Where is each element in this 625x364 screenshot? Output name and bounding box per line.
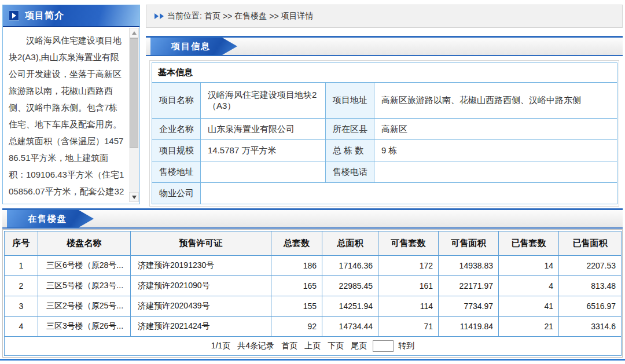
- double-arrow-icon: [155, 13, 165, 19]
- listings-table: 序号 楼盘名称 预售许可证 总套数 总面积 可售套数 可售面积 已售套数 已售面…: [4, 231, 622, 356]
- breadcrumb-prefix: 当前位置:: [167, 11, 202, 21]
- listings-header-row: 序号 楼盘名称 预售许可证 总套数 总面积 可售套数 可售面积 已售套数 已售面…: [5, 231, 622, 256]
- listing-seq: 3: [5, 296, 38, 317]
- label-project-address: 项目地址: [326, 83, 374, 119]
- breadcrumb-separator: >>: [223, 12, 232, 21]
- goto-page-input[interactable]: [373, 340, 394, 352]
- listing-total-units: 92: [271, 317, 322, 337]
- listing-name-link[interactable]: 三区3号楼（原26号...: [38, 317, 131, 337]
- listing-name-link[interactable]: 三区6号楼（原28号...: [38, 256, 131, 276]
- project-intro-title: 项目简介: [25, 10, 64, 22]
- listing-seq: 4: [5, 317, 38, 337]
- scrollbar-track[interactable]: [129, 28, 139, 202]
- listing-seq: 1: [5, 256, 38, 276]
- listing-sold-units: 21: [499, 317, 559, 337]
- scrollbar-thumb[interactable]: [130, 38, 138, 148]
- breadcrumb-current: 项目详情: [281, 11, 314, 21]
- listing-total-units: 186: [271, 256, 322, 276]
- label-sales-address: 售楼地址: [152, 161, 201, 183]
- breadcrumb-separator: >>: [269, 12, 278, 21]
- listing-sold-area: 813.48: [559, 276, 622, 296]
- listing-name-link[interactable]: 三区2号楼（原25号...: [38, 296, 131, 317]
- listings-wrapper: 序号 楼盘名称 预售许可证 总套数 总面积 可售套数 可售面积 已售套数 已售面…: [2, 229, 623, 358]
- listing-sellable-units: 172: [378, 256, 439, 276]
- listing-sellable-units: 114: [378, 296, 439, 317]
- listing-sold-units: 4: [499, 276, 559, 296]
- col-header-seq: 序号: [5, 231, 38, 256]
- listing-row: 1 三区6号楼（原28号... 济建预许20191230号 186 17146.…: [5, 256, 622, 276]
- listing-sellable-area: 14938.83: [439, 256, 499, 276]
- listing-seq: 2: [5, 276, 38, 296]
- scroll-down-button[interactable]: [129, 192, 139, 202]
- listing-row: 3 三区2号楼（原25号... 济建预许2020439号 155 14251.9…: [5, 296, 622, 317]
- arrow-right-icon: [9, 10, 19, 21]
- label-project-scale: 项目规模: [152, 140, 201, 161]
- col-header-sellable-area: 可售面积: [439, 231, 499, 256]
- value-total-buildings: 9 栋: [374, 140, 617, 161]
- value-project-scale: 14.5787 万平方米: [201, 140, 326, 161]
- page-indicator: 1/1页: [211, 341, 230, 350]
- project-intro-text: 汉峪海风住宅建设项目地块2(A3),由山东泉海置业有限公司开发建设，坐落于高新区…: [9, 32, 124, 203]
- arrow-down-icon: [132, 196, 137, 199]
- record-count: 共4条记录: [237, 341, 274, 350]
- listing-sellable-area: 22171.97: [439, 276, 499, 296]
- listing-total-units: 165: [271, 276, 322, 296]
- col-header-sold-area: 已售面积: [559, 231, 622, 256]
- listing-license: 济建预许20191230号: [131, 256, 271, 276]
- listing-total-area: 14734.44: [322, 317, 378, 337]
- listing-sold-units: 14: [499, 256, 559, 276]
- label-sales-phone: 售楼电话: [326, 161, 374, 183]
- listing-row: 4 三区3号楼（原26号... 济建预许2021424号 92 14734.44…: [5, 317, 622, 337]
- value-company-name: 山东泉海置业有限公司: [201, 119, 326, 140]
- listings-section-bar: 在售楼盘: [2, 208, 623, 229]
- pagination-bar: 1/1页共4条记录首页上页下页尾页转到: [5, 337, 622, 356]
- col-header-sellable-units: 可售套数: [378, 231, 439, 256]
- label-property-company: 物业公司: [152, 183, 201, 204]
- breadcrumb-section-link[interactable]: 在售楼盘: [234, 11, 267, 21]
- label-district: 所在区县: [326, 119, 374, 140]
- next-page-link[interactable]: 下页: [328, 341, 344, 350]
- col-header-sold-units: 已售套数: [499, 231, 559, 256]
- value-property-company: [201, 183, 617, 204]
- col-header-total-units: 总套数: [271, 231, 322, 256]
- project-intro-header: 项目简介: [3, 5, 139, 27]
- page-root: 项目简介 汉峪海风住宅建设项目地块2(A3),由山东泉海置业有限公司开发建设，坐…: [0, 0, 625, 364]
- listing-name-link-highlighted[interactable]: 三区5号楼（原23号...: [38, 276, 131, 296]
- scroll-up-button[interactable]: [129, 28, 139, 38]
- first-page-link[interactable]: 首页: [281, 341, 297, 350]
- project-info-section-bar: 项目信息: [146, 36, 623, 56]
- col-header-total-area: 总面积: [322, 231, 378, 256]
- breadcrumb: 当前位置: 首页 >> 在售楼盘 >> 项目详情: [146, 5, 623, 28]
- basic-info-wrapper: 基本信息 项目名称 汉峪海风住宅建设项目地块2（A3） 项目地址 高新区旅游路以…: [149, 60, 619, 207]
- basic-info-title: 基本信息: [152, 63, 617, 83]
- listing-sold-area: 6516.97: [559, 296, 622, 317]
- section-tab-project-info: 项目信息: [150, 38, 237, 55]
- arrow-up-icon: [132, 31, 137, 35]
- listing-sold-area: 3314.6: [559, 317, 622, 337]
- goto-button[interactable]: 转到: [398, 341, 414, 350]
- section-tab-listings: 在售楼盘: [7, 210, 94, 227]
- label-total-buildings: 总 栋 数: [326, 140, 374, 161]
- pagination-row: 1/1页共4条记录首页上页下页尾页转到: [5, 337, 622, 356]
- value-district: 高新区: [374, 119, 617, 140]
- project-intro-panel: 项目简介 汉峪海风住宅建设项目地块2(A3),由山东泉海置业有限公司开发建设，坐…: [2, 5, 140, 204]
- listing-license: 济建预许2021090号: [131, 276, 271, 296]
- breadcrumb-home-link[interactable]: 首页: [204, 11, 220, 21]
- basic-info-table: 基本信息 项目名称 汉峪海风住宅建设项目地块2（A3） 项目地址 高新区旅游路以…: [152, 62, 617, 204]
- listing-sellable-area: 7734.97: [439, 296, 499, 317]
- bottom-divider: [0, 359, 625, 361]
- prev-page-link[interactable]: 上页: [304, 341, 321, 350]
- listing-total-area: 22985.45: [322, 276, 378, 296]
- col-header-license: 预售许可证: [131, 231, 271, 256]
- listing-sellable-units: 161: [378, 276, 439, 296]
- value-project-address: 高新区旅游路以南、花椒山西路西侧、汉峪中路东侧: [374, 83, 617, 119]
- label-project-name: 项目名称: [152, 83, 201, 119]
- value-sales-phone: [374, 161, 617, 183]
- listing-total-area: 14251.94: [322, 296, 378, 317]
- listing-sellable-area: 11419.84: [439, 317, 499, 337]
- value-sales-address: [201, 161, 326, 183]
- last-page-link[interactable]: 尾页: [351, 341, 367, 350]
- listing-sold-units: 41: [499, 296, 559, 317]
- listing-total-units: 155: [271, 296, 322, 317]
- listing-license: 济建预许2020439号: [131, 296, 271, 317]
